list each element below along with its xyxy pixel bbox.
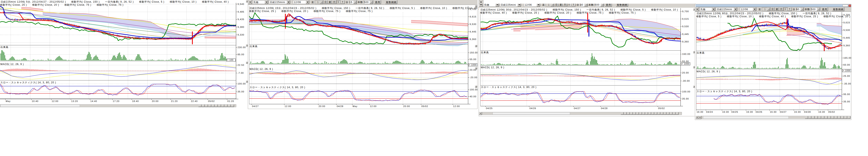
svg-text:20:00: 20:00 [152, 100, 159, 102]
svg-text:分: 分 [577, 3, 579, 6]
svg-text:複数銘柄: 複数銘柄 [833, 8, 844, 11]
svg-text:月: 月 [333, 1, 335, 3]
svg-text:15: 15 [349, 1, 352, 4]
svg-text:9,530: 9,530 [682, 25, 689, 28]
svg-text:MACD( 12, 26, 9 ): MACD( 12, 26, 9 ) [250, 68, 273, 71]
svg-text:160.00: 160.00 [682, 53, 690, 55]
svg-text:先物: 先物 [253, 1, 258, 4]
svg-text:× 1000: × 1000 [682, 63, 689, 65]
svg-text:9,380: 9,380 [238, 26, 244, 28]
svg-text:9,700: 9,700 [682, 10, 689, 12]
svg-text:04/24: 04/24 [706, 111, 713, 113]
svg-text:10:40: 10:40 [32, 100, 38, 102]
svg-text:35.00: 35.00 [682, 98, 689, 100]
svg-text:04/26: 04/26 [756, 111, 762, 113]
svg-text:週: 週 [329, 1, 331, 3]
svg-text:25.00: 25.00 [843, 75, 850, 77]
svg-text:May: May [352, 105, 358, 108]
svg-text:移動平均( Close, 5 ) 移動平均( Close,: 移動平均( Close, 5 ) 移動平均( Close, 10 ) 移動平均(… [696, 15, 850, 18]
svg-text:18:40: 18:40 [132, 100, 139, 102]
svg-text:T: T [342, 1, 344, 3]
svg-text:分: 分 [568, 3, 570, 6]
svg-text:MACD( 12, 26, 9 ): MACD( 12, 26, 9 ) [696, 70, 720, 73]
svg-text:500: 500 [811, 8, 816, 11]
svg-text:日: 日 [324, 1, 327, 3]
svg-text:20.00: 20.00 [682, 72, 689, 74]
svg-text:12:00: 12:00 [52, 100, 58, 102]
svg-text:9,360: 9,360 [843, 44, 850, 47]
svg-text:13:20: 13:20 [71, 100, 78, 102]
svg-text:日: 日 [771, 8, 774, 10]
svg-text:分: 分 [784, 8, 786, 10]
svg-text:20:00: 20:00 [318, 105, 325, 108]
svg-text:スロー・ストキャスティクス( 14, 3, 80, 20 ): スロー・ストキャスティクス( 14, 3, 80, 20 ) [481, 86, 536, 88]
svg-text:日経225mini 12/06( 60分, 2012/04/: 日経225mini 12/06( 60分, 2012/04/23 - 2012/… [696, 12, 831, 15]
svg-text:04/25: 04/25 [486, 107, 493, 110]
svg-text:12/06: 12/06 [525, 3, 532, 6]
svg-text:適用: 適用 [606, 3, 611, 6]
svg-text:05/02: 05/02 [422, 105, 428, 108]
svg-text:9,435: 9,435 [238, 18, 244, 21]
svg-text:月: 月 [780, 8, 782, 10]
svg-text:出来高: 出来高 [250, 45, 257, 48]
svg-text:スロー・ストキャスティクス( 14, 3, 80, 20 ): スロー・ストキャスティクス( 14, 3, 80, 20 ) [250, 86, 305, 89]
svg-text:本数: 本数 [588, 3, 594, 6]
svg-text:日経225mini 12/06( 30分, 2012/04/: 日経225mini 12/06( 30分, 2012/04/23 - 2012/… [480, 8, 678, 11]
svg-text:35.00: 35.00 [238, 90, 244, 93]
svg-text:May: May [6, 100, 10, 102]
svg-text:9,540: 9,540 [238, 3, 244, 5]
svg-text:12:00: 12:00 [370, 105, 377, 108]
svg-text:12:00: 12:00 [453, 105, 460, 108]
svg-text:95.00: 95.00 [843, 93, 850, 95]
svg-text:9,445: 9,445 [682, 33, 689, 35]
svg-text:16:30: 16:30 [818, 111, 825, 113]
svg-text:9,330: 9,330 [238, 34, 244, 36]
svg-text:-20.00: -20.00 [470, 76, 477, 79]
svg-text:100.00: 100.00 [470, 88, 478, 91]
svg-text:日経225mini: 日経225mini [717, 8, 732, 11]
svg-text:-30.00: -30.00 [682, 80, 690, 82]
svg-text:-7.00: -7.00 [238, 72, 244, 74]
svg-text:12/06: 12/06 [294, 1, 301, 4]
svg-text:スロー・ストキャスティクス( 14, 3, 80, 20 ): スロー・ストキャスティクス( 14, 3, 80, 20 ) [696, 90, 752, 93]
svg-text:16:30: 16:30 [746, 111, 753, 113]
svg-text:先物: 先物 [484, 3, 489, 6]
svg-text:スロー・ストキャスティクス( 14, 3, 80, 20 ): スロー・ストキャスティクス( 14, 3, 80, 20 ) [0, 81, 56, 84]
svg-text:85.00: 85.00 [238, 53, 244, 56]
svg-text:16:30: 16:30 [794, 111, 801, 113]
svg-text:9,700: 9,700 [470, 8, 476, 10]
svg-text:1: 1 [317, 1, 319, 4]
svg-text:9,700: 9,700 [843, 13, 850, 16]
svg-text:9,445: 9,445 [470, 31, 476, 33]
svg-text:本数: 本数 [358, 1, 363, 4]
svg-text:1: 1 [548, 3, 550, 6]
svg-text:9,530: 9,530 [843, 29, 850, 31]
svg-text:04/26: 04/26 [529, 107, 536, 110]
svg-text:14:40: 14:40 [90, 100, 97, 102]
svg-text:T: T [789, 8, 790, 10]
svg-text:40.00: 40.00 [470, 95, 476, 98]
svg-text:9,615: 9,615 [843, 21, 850, 24]
svg-text:100.00: 100.00 [682, 90, 690, 93]
svg-text:MACD( 12, 26, 9 ): MACD( 12, 26, 9 ) [0, 63, 24, 66]
svg-text:日経225mini: 日経225mini [501, 3, 516, 6]
svg-text:週: 週 [559, 3, 562, 6]
svg-text:60: 60 [796, 8, 799, 11]
svg-text:01:20: 01:20 [227, 100, 234, 102]
svg-text:-35.00: -35.00 [843, 82, 851, 85]
svg-text:150.00: 150.00 [470, 51, 478, 54]
svg-text:500: 500 [595, 3, 599, 6]
svg-text:04/28: 04/28 [337, 105, 343, 108]
svg-text:9,485: 9,485 [238, 10, 244, 13]
svg-text:移動平均( Close, 25 ) 移動平均( Close: 移動平均( Close, 25 ) 移動平均( Close, 20 ) 移動平均… [249, 10, 373, 12]
svg-text:17:20: 17:20 [113, 100, 120, 102]
svg-text:MACD( 12, 26, 9 ): MACD( 12, 26, 9 ) [481, 66, 504, 69]
svg-text:04/28: 04/28 [804, 111, 811, 113]
svg-text:日: 日 [555, 3, 558, 6]
svg-text:T: T [573, 3, 575, 6]
svg-text:22:40: 22:40 [191, 100, 198, 102]
svg-text:55.00: 55.00 [470, 58, 476, 61]
svg-text:500: 500 [364, 1, 369, 4]
svg-text:先物: 先物 [700, 8, 706, 11]
svg-text:230.00: 230.00 [238, 46, 246, 48]
